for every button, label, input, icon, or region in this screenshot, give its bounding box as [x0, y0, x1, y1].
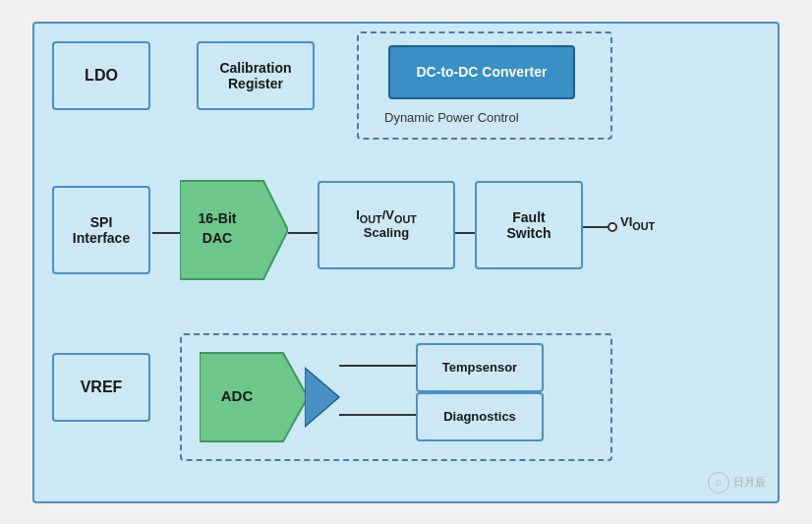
line-to-diagnostics — [339, 414, 418, 416]
adc-split-shape — [305, 358, 344, 437]
svg-marker-0 — [180, 181, 288, 279]
vref-block: VREF — [52, 353, 150, 422]
dynamic-power-label: Dynamic Power Control — [384, 110, 519, 125]
adc-shape: ADC — [200, 348, 308, 446]
line-to-tempsensor — [339, 365, 418, 367]
svg-text:ADC: ADC — [221, 387, 254, 404]
calibration-label: Calibration Register — [219, 60, 291, 91]
scaling-block: IOUT/VOUT Scaling — [318, 181, 455, 269]
viout-label: VIOUT — [620, 214, 655, 232]
tempsensor-block: Tempsensor — [416, 343, 544, 392]
svg-marker-3 — [200, 353, 308, 441]
dcdc-block: DC-to-DC Converter — [388, 45, 575, 99]
dac-shape: 16-Bit DAC — [180, 176, 288, 284]
spi-block: SPI Interface — [52, 186, 150, 274]
spi-label: SPI Interface — [73, 214, 130, 246]
arrow-fault-viout — [583, 222, 617, 232]
svg-text:DAC: DAC — [203, 230, 232, 246]
watermark-circle: ⊙ — [708, 472, 729, 494]
diagram-container: LDO Calibration Register DC-to-DC Conver… — [32, 22, 780, 503]
svg-text:16-Bit: 16-Bit — [199, 210, 237, 226]
svg-marker-5 — [305, 368, 339, 427]
fault-switch-block: Fault Switch — [475, 181, 583, 269]
calibration-block: Calibration Register — [197, 41, 315, 110]
diagnostics-block: Diagnostics — [416, 392, 544, 441]
watermark: ⊙ 日月辰 — [708, 472, 766, 494]
ldo-block: LDO — [52, 41, 150, 110]
